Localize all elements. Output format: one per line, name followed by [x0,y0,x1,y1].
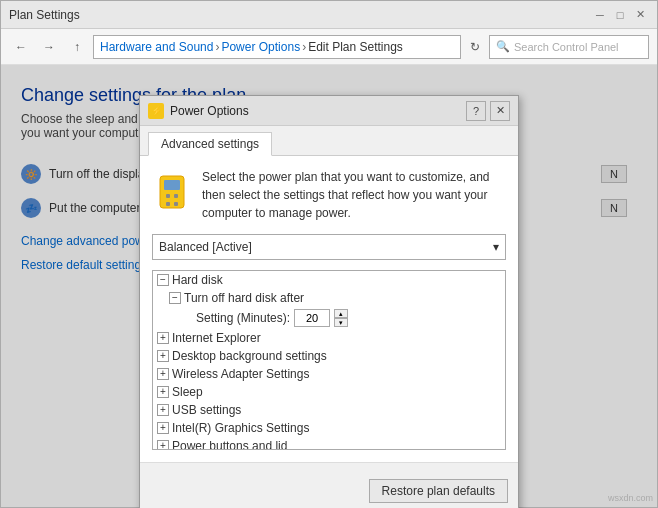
tree-item-desktop[interactable]: + Desktop background settings [153,347,505,365]
search-icon: 🔍 [496,40,510,53]
svg-rect-1 [164,180,180,190]
dialog-description: Select the power plan that you want to c… [202,168,506,222]
up-button[interactable]: ↑ [65,35,89,59]
expander-ie[interactable]: + [157,332,169,344]
advanced-settings-tab[interactable]: Advanced settings [148,132,272,156]
svg-rect-2 [166,194,170,198]
window-title: Plan Settings [9,8,80,22]
breadcrumb-sep-1: › [215,40,219,54]
minutes-input[interactable] [294,309,330,327]
tree-item-turnoff[interactable]: − Turn off hard disk after [153,289,505,307]
tree-list[interactable]: − Hard disk − Turn off hard disk after [152,270,506,450]
title-bar: Plan Settings ─ □ ✕ [1,1,657,29]
tree-item-harddisk[interactable]: − Hard disk [153,271,505,289]
modal-overlay: ⚡ Power Options ? ✕ Advanced settings [1,65,657,507]
setting-minutes-label: Setting (Minutes): [196,311,290,325]
title-bar-controls: ─ □ ✕ [591,6,649,24]
expander-usb[interactable]: + [157,404,169,416]
back-button[interactable]: ← [9,35,33,59]
tree-item-ie[interactable]: + Internet Explorer [153,329,505,347]
expander-wireless[interactable]: + [157,368,169,380]
spin-up-button[interactable]: ▴ [334,309,348,318]
close-button[interactable]: ✕ [631,6,649,24]
tree-label-intel: Intel(R) Graphics Settings [172,421,501,435]
tree-label-wireless: Wireless Adapter Settings [172,367,501,381]
expander-intel[interactable]: + [157,422,169,434]
dialog-title-text: Power Options [170,104,249,118]
expander-turnoff[interactable]: − [169,292,181,304]
breadcrumb: Hardware and Sound › Power Options › Edi… [93,35,461,59]
tree-item-sleep[interactable]: + Sleep [153,383,505,401]
power-options-icon: ⚡ [148,103,164,119]
arrow-container: ➜ Restore plan defaults [150,475,508,508]
svg-rect-4 [166,202,170,206]
tree-label-desktop: Desktop background settings [172,349,501,363]
power-icon-graphic [152,168,192,216]
svg-rect-3 [174,194,178,198]
tree-label-ie: Internet Explorer [172,331,501,345]
breadcrumb-sep-2: › [302,40,306,54]
dialog-footer: ➜ Restore plan defaults OK Cancel Apply [140,462,518,508]
dialog-help-button[interactable]: ? [466,101,486,121]
tree-item-powerbuttons[interactable]: + Power buttons and lid [153,437,505,450]
forward-button[interactable]: → [37,35,61,59]
expander-powerbuttons[interactable]: + [157,440,169,450]
plan-dropdown[interactable]: Balanced [Active] ▾ [152,234,506,260]
dialog-close-button[interactable]: ✕ [490,101,510,121]
restore-plan-button[interactable]: Restore plan defaults [369,479,508,503]
tree-label-sleep: Sleep [172,385,501,399]
breadcrumb-power[interactable]: Power Options [221,40,300,54]
maximize-button[interactable]: □ [611,6,629,24]
tree-label-turnoff: Turn off hard disk after [184,291,501,305]
tree-label-powerbuttons: Power buttons and lid [172,439,501,450]
watermark: wsxdn.com [608,493,653,503]
expander-harddisk[interactable]: − [157,274,169,286]
chevron-down-icon: ▾ [493,240,499,254]
setting-input-row: Setting (Minutes): ▴ ▾ [196,309,348,327]
tree-item-setting: Setting (Minutes): ▴ ▾ [153,307,505,329]
search-placeholder: Search Control Panel [514,41,619,53]
dialog-info: Select the power plan that you want to c… [152,168,506,222]
refresh-button[interactable]: ↻ [465,35,485,59]
dialog-title-controls: ? ✕ [466,101,510,121]
dialog-title-bar: ⚡ Power Options ? ✕ [140,96,518,126]
search-box: 🔍 Search Control Panel [489,35,649,59]
tree-item-intel[interactable]: + Intel(R) Graphics Settings [153,419,505,437]
minimize-button[interactable]: ─ [591,6,609,24]
address-bar: ← → ↑ Hardware and Sound › Power Options… [1,29,657,65]
expander-sleep[interactable]: + [157,386,169,398]
spin-buttons: ▴ ▾ [334,309,348,327]
tree-label-harddisk: Hard disk [172,273,501,287]
main-window: Plan Settings ─ □ ✕ ← → ↑ Hardware and S… [0,0,658,508]
spin-down-button[interactable]: ▾ [334,318,348,327]
dialog-content: Select the power plan that you want to c… [140,156,518,462]
power-options-dialog: ⚡ Power Options ? ✕ Advanced settings [139,95,519,508]
expander-desktop[interactable]: + [157,350,169,362]
title-bar-left: Plan Settings [9,8,80,22]
content-area: Change settings for the plan Choose the … [1,65,657,507]
tree-item-usb[interactable]: + USB settings [153,401,505,419]
breadcrumb-current: Edit Plan Settings [308,40,403,54]
tree-label-usb: USB settings [172,403,501,417]
dialog-title-left: ⚡ Power Options [148,103,249,119]
breadcrumb-hardware[interactable]: Hardware and Sound [100,40,213,54]
tree-item-wireless[interactable]: + Wireless Adapter Settings [153,365,505,383]
svg-rect-5 [174,202,178,206]
plan-dropdown-value: Balanced [Active] [159,240,252,254]
dialog-tabs: Advanced settings [140,126,518,156]
